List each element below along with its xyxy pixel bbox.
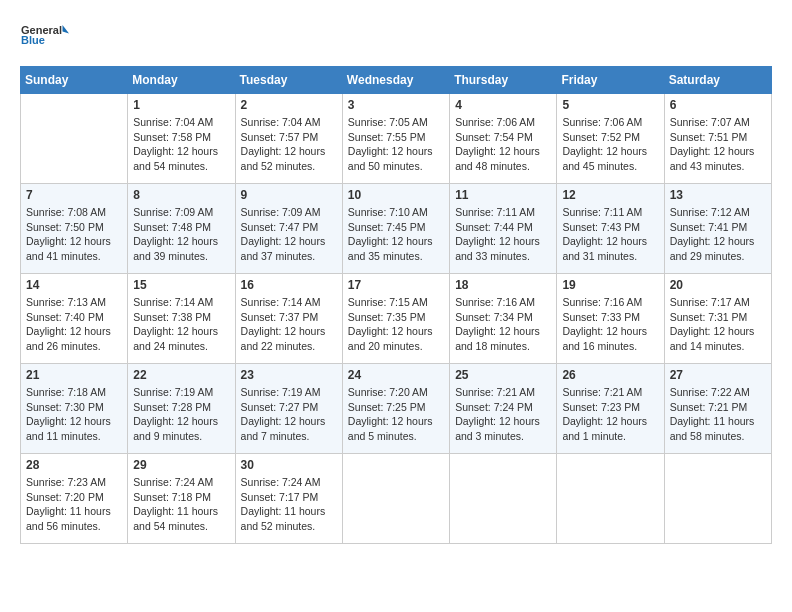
day-info: Sunrise: 7:14 AMSunset: 7:38 PMDaylight:… — [133, 295, 229, 354]
weekday-header-friday: Friday — [557, 67, 664, 94]
day-info: Sunrise: 7:21 AMSunset: 7:23 PMDaylight:… — [562, 385, 658, 444]
day-number: 30 — [241, 458, 337, 472]
day-info: Sunrise: 7:17 AMSunset: 7:31 PMDaylight:… — [670, 295, 766, 354]
calendar-cell: 14Sunrise: 7:13 AMSunset: 7:40 PMDayligh… — [21, 274, 128, 364]
calendar-cell: 15Sunrise: 7:14 AMSunset: 7:38 PMDayligh… — [128, 274, 235, 364]
day-info: Sunrise: 7:06 AMSunset: 7:52 PMDaylight:… — [562, 115, 658, 174]
day-info: Sunrise: 7:09 AMSunset: 7:47 PMDaylight:… — [241, 205, 337, 264]
calendar-cell: 11Sunrise: 7:11 AMSunset: 7:44 PMDayligh… — [450, 184, 557, 274]
week-row-2: 7Sunrise: 7:08 AMSunset: 7:50 PMDaylight… — [21, 184, 772, 274]
logo-svg: General Blue — [20, 16, 70, 54]
svg-marker-2 — [63, 25, 70, 34]
day-number: 22 — [133, 368, 229, 382]
day-info: Sunrise: 7:15 AMSunset: 7:35 PMDaylight:… — [348, 295, 444, 354]
calendar-body: 1Sunrise: 7:04 AMSunset: 7:58 PMDaylight… — [21, 94, 772, 544]
calendar-cell — [450, 454, 557, 544]
day-info: Sunrise: 7:04 AMSunset: 7:58 PMDaylight:… — [133, 115, 229, 174]
calendar-cell: 28Sunrise: 7:23 AMSunset: 7:20 PMDayligh… — [21, 454, 128, 544]
day-number: 15 — [133, 278, 229, 292]
calendar-cell: 23Sunrise: 7:19 AMSunset: 7:27 PMDayligh… — [235, 364, 342, 454]
day-number: 29 — [133, 458, 229, 472]
weekday-header-tuesday: Tuesday — [235, 67, 342, 94]
svg-text:Blue: Blue — [21, 34, 45, 46]
day-info: Sunrise: 7:12 AMSunset: 7:41 PMDaylight:… — [670, 205, 766, 264]
day-info: Sunrise: 7:16 AMSunset: 7:34 PMDaylight:… — [455, 295, 551, 354]
day-info: Sunrise: 7:21 AMSunset: 7:24 PMDaylight:… — [455, 385, 551, 444]
calendar-cell: 25Sunrise: 7:21 AMSunset: 7:24 PMDayligh… — [450, 364, 557, 454]
day-number: 2 — [241, 98, 337, 112]
calendar-cell — [342, 454, 449, 544]
day-info: Sunrise: 7:11 AMSunset: 7:43 PMDaylight:… — [562, 205, 658, 264]
calendar-header: SundayMondayTuesdayWednesdayThursdayFrid… — [21, 67, 772, 94]
calendar-cell: 10Sunrise: 7:10 AMSunset: 7:45 PMDayligh… — [342, 184, 449, 274]
day-number: 20 — [670, 278, 766, 292]
calendar-cell: 17Sunrise: 7:15 AMSunset: 7:35 PMDayligh… — [342, 274, 449, 364]
weekday-header-row: SundayMondayTuesdayWednesdayThursdayFrid… — [21, 67, 772, 94]
logo: General Blue — [20, 16, 70, 54]
day-number: 24 — [348, 368, 444, 382]
calendar-cell: 9Sunrise: 7:09 AMSunset: 7:47 PMDaylight… — [235, 184, 342, 274]
weekday-header-sunday: Sunday — [21, 67, 128, 94]
day-number: 10 — [348, 188, 444, 202]
calendar-cell: 6Sunrise: 7:07 AMSunset: 7:51 PMDaylight… — [664, 94, 771, 184]
calendar-cell: 5Sunrise: 7:06 AMSunset: 7:52 PMDaylight… — [557, 94, 664, 184]
day-info: Sunrise: 7:18 AMSunset: 7:30 PMDaylight:… — [26, 385, 122, 444]
day-number: 19 — [562, 278, 658, 292]
day-number: 4 — [455, 98, 551, 112]
calendar-cell — [21, 94, 128, 184]
day-info: Sunrise: 7:10 AMSunset: 7:45 PMDaylight:… — [348, 205, 444, 264]
day-info: Sunrise: 7:22 AMSunset: 7:21 PMDaylight:… — [670, 385, 766, 444]
day-info: Sunrise: 7:23 AMSunset: 7:20 PMDaylight:… — [26, 475, 122, 534]
day-number: 1 — [133, 98, 229, 112]
calendar-cell — [557, 454, 664, 544]
header: General Blue — [20, 16, 772, 54]
day-info: Sunrise: 7:13 AMSunset: 7:40 PMDaylight:… — [26, 295, 122, 354]
day-number: 6 — [670, 98, 766, 112]
day-info: Sunrise: 7:08 AMSunset: 7:50 PMDaylight:… — [26, 205, 122, 264]
day-number: 3 — [348, 98, 444, 112]
calendar-cell: 24Sunrise: 7:20 AMSunset: 7:25 PMDayligh… — [342, 364, 449, 454]
calendar-cell: 4Sunrise: 7:06 AMSunset: 7:54 PMDaylight… — [450, 94, 557, 184]
calendar-cell: 13Sunrise: 7:12 AMSunset: 7:41 PMDayligh… — [664, 184, 771, 274]
weekday-header-thursday: Thursday — [450, 67, 557, 94]
day-number: 16 — [241, 278, 337, 292]
calendar-cell: 29Sunrise: 7:24 AMSunset: 7:18 PMDayligh… — [128, 454, 235, 544]
day-info: Sunrise: 7:06 AMSunset: 7:54 PMDaylight:… — [455, 115, 551, 174]
day-number: 8 — [133, 188, 229, 202]
day-number: 21 — [26, 368, 122, 382]
day-info: Sunrise: 7:20 AMSunset: 7:25 PMDaylight:… — [348, 385, 444, 444]
day-info: Sunrise: 7:19 AMSunset: 7:28 PMDaylight:… — [133, 385, 229, 444]
day-info: Sunrise: 7:04 AMSunset: 7:57 PMDaylight:… — [241, 115, 337, 174]
calendar-cell: 22Sunrise: 7:19 AMSunset: 7:28 PMDayligh… — [128, 364, 235, 454]
calendar-cell: 26Sunrise: 7:21 AMSunset: 7:23 PMDayligh… — [557, 364, 664, 454]
day-number: 27 — [670, 368, 766, 382]
calendar-cell: 7Sunrise: 7:08 AMSunset: 7:50 PMDaylight… — [21, 184, 128, 274]
weekday-header-monday: Monday — [128, 67, 235, 94]
calendar-cell: 19Sunrise: 7:16 AMSunset: 7:33 PMDayligh… — [557, 274, 664, 364]
day-info: Sunrise: 7:24 AMSunset: 7:17 PMDaylight:… — [241, 475, 337, 534]
weekday-header-saturday: Saturday — [664, 67, 771, 94]
week-row-1: 1Sunrise: 7:04 AMSunset: 7:58 PMDaylight… — [21, 94, 772, 184]
day-number: 14 — [26, 278, 122, 292]
day-info: Sunrise: 7:19 AMSunset: 7:27 PMDaylight:… — [241, 385, 337, 444]
calendar-table: SundayMondayTuesdayWednesdayThursdayFrid… — [20, 66, 772, 544]
day-number: 17 — [348, 278, 444, 292]
calendar-cell: 12Sunrise: 7:11 AMSunset: 7:43 PMDayligh… — [557, 184, 664, 274]
calendar-cell: 21Sunrise: 7:18 AMSunset: 7:30 PMDayligh… — [21, 364, 128, 454]
day-info: Sunrise: 7:14 AMSunset: 7:37 PMDaylight:… — [241, 295, 337, 354]
calendar-cell: 1Sunrise: 7:04 AMSunset: 7:58 PMDaylight… — [128, 94, 235, 184]
day-number: 26 — [562, 368, 658, 382]
calendar-cell: 3Sunrise: 7:05 AMSunset: 7:55 PMDaylight… — [342, 94, 449, 184]
day-number: 5 — [562, 98, 658, 112]
week-row-3: 14Sunrise: 7:13 AMSunset: 7:40 PMDayligh… — [21, 274, 772, 364]
weekday-header-wednesday: Wednesday — [342, 67, 449, 94]
calendar-cell: 27Sunrise: 7:22 AMSunset: 7:21 PMDayligh… — [664, 364, 771, 454]
day-number: 25 — [455, 368, 551, 382]
day-info: Sunrise: 7:24 AMSunset: 7:18 PMDaylight:… — [133, 475, 229, 534]
day-number: 13 — [670, 188, 766, 202]
day-number: 23 — [241, 368, 337, 382]
calendar-cell: 30Sunrise: 7:24 AMSunset: 7:17 PMDayligh… — [235, 454, 342, 544]
day-number: 28 — [26, 458, 122, 472]
day-info: Sunrise: 7:11 AMSunset: 7:44 PMDaylight:… — [455, 205, 551, 264]
calendar-cell: 20Sunrise: 7:17 AMSunset: 7:31 PMDayligh… — [664, 274, 771, 364]
